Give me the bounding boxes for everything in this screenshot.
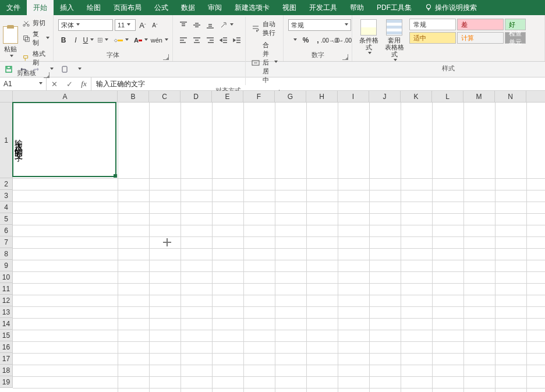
bold-button[interactable]: B [58, 34, 69, 46]
row-header-18[interactable]: 18 [0, 365, 12, 376]
name-box[interactable]: A1 [0, 77, 47, 90]
enter-formula-button[interactable]: ✓ [62, 80, 77, 89]
scissors-icon [22, 19, 30, 27]
row-header-8[interactable]: 8 [0, 248, 12, 260]
col-header-B[interactable]: B [118, 91, 149, 102]
col-header-J[interactable]: J [369, 91, 401, 102]
row-header-2[interactable]: 2 [0, 178, 12, 190]
style-check-cell[interactable]: 检查单元 [505, 32, 526, 44]
row-header-14[interactable]: 14 [0, 318, 12, 330]
cancel-formula-button[interactable]: ✕ [47, 80, 62, 89]
paste-button[interactable]: 粘贴 [2, 17, 19, 68]
align-right-button[interactable] [204, 34, 216, 46]
qat-more-button[interactable] [73, 64, 84, 75]
font-family-combo[interactable]: 宋体 [58, 19, 113, 31]
increase-font-button[interactable]: Aˆ [137, 19, 148, 31]
fill-color-button[interactable] [112, 34, 131, 46]
tab-help[interactable]: 帮助 [344, 0, 370, 15]
align-middle-button[interactable] [191, 19, 203, 31]
group-label-font: 字体 [56, 50, 170, 61]
row-header-19[interactable]: 19 [0, 376, 12, 388]
align-top-button[interactable] [178, 19, 189, 31]
align-left-button[interactable] [178, 34, 189, 46]
col-header-I[interactable]: I [338, 91, 369, 102]
cells-area[interactable]: 输入正确的文字 [13, 103, 545, 392]
conditional-format-button[interactable]: 条件格式 [357, 19, 380, 63]
tab-review[interactable]: 审阅 [201, 0, 228, 15]
row-header-15[interactable]: 15 [0, 330, 12, 341]
col-header-F[interactable]: F [243, 91, 275, 102]
format-as-table-button[interactable]: 套用 表格格式 [383, 19, 406, 63]
row-header-17[interactable]: 17 [0, 353, 12, 365]
italic-button[interactable]: I [70, 34, 81, 46]
align-center-button[interactable] [191, 34, 203, 46]
style-bad[interactable]: 差 [457, 19, 504, 30]
row-header-4[interactable]: 4 [0, 202, 12, 213]
tab-pdf[interactable]: PDF工具集 [370, 0, 418, 15]
col-header-L[interactable]: L [432, 91, 463, 102]
formula-input[interactable]: 输入正确的文字 [91, 77, 545, 90]
font-color-button[interactable]: A [132, 34, 150, 46]
tab-draw[interactable]: 绘图 [80, 0, 107, 15]
tab-file[interactable]: 文件 [0, 0, 27, 15]
dialog-launcher-icon[interactable] [44, 72, 49, 78]
align-bottom-button[interactable] [204, 19, 216, 31]
col-header-C[interactable]: C [149, 91, 181, 102]
row-header-11[interactable]: 11 [0, 283, 12, 295]
number-format-combo[interactable]: 常规 [288, 19, 351, 31]
style-good[interactable]: 好 [505, 19, 526, 30]
row-header-5[interactable]: 5 [0, 213, 12, 225]
decrease-decimal-button[interactable]: .0→.00 [337, 34, 348, 46]
decrease-font-button[interactable]: Aˇ [150, 19, 160, 31]
select-all-corner[interactable] [0, 91, 13, 103]
row-header-10[interactable]: 10 [0, 271, 12, 283]
group-label-styles: 样式 [355, 63, 542, 75]
style-normal[interactable]: 常规 [409, 19, 456, 30]
tab-data[interactable]: 数据 [175, 0, 201, 15]
tab-newtab[interactable]: 新建选项卡 [228, 0, 276, 15]
row-header-9[interactable]: 9 [0, 260, 12, 271]
tab-dev[interactable]: 开发工具 [303, 0, 344, 15]
row-header-13[interactable]: 13 [0, 306, 12, 318]
row-header-3[interactable]: 3 [0, 190, 12, 202]
row-header-7[interactable]: 7 [0, 236, 12, 248]
row-header-12[interactable]: 12 [0, 295, 12, 306]
chevron-down-icon [39, 82, 43, 86]
increase-indent-button[interactable] [231, 34, 243, 46]
col-header-N[interactable]: N [495, 91, 526, 102]
col-header-G[interactable]: G [275, 91, 306, 102]
font-size-combo[interactable]: 11 [115, 19, 136, 31]
style-calculation[interactable]: 计算 [457, 32, 504, 44]
copy-button[interactable]: 复制 [21, 29, 51, 48]
cut-button[interactable]: 剪切 [21, 18, 51, 28]
percent-button[interactable]: % [300, 34, 311, 46]
wrap-text-button[interactable]: 自动换行 [250, 19, 279, 38]
col-header-K[interactable]: K [401, 91, 432, 102]
dialog-launcher-icon[interactable] [163, 54, 169, 60]
tab-layout[interactable]: 页面布局 [107, 0, 148, 15]
touch-mode-button[interactable] [59, 64, 70, 75]
tab-view[interactable]: 视图 [276, 0, 303, 15]
row-header-6[interactable]: 6 [0, 225, 12, 236]
underline-button[interactable]: U [83, 34, 94, 46]
col-header-A[interactable]: A [13, 91, 118, 102]
tab-home[interactable]: 开始 [27, 0, 54, 15]
fill-handle[interactable] [114, 174, 117, 178]
row-header-16[interactable]: 16 [0, 341, 12, 353]
fx-icon[interactable]: fx [77, 79, 91, 89]
col-header-D[interactable]: D [181, 91, 212, 102]
accounting-format-button[interactable] [288, 34, 299, 46]
phonetic-button[interactable]: wén [151, 34, 168, 46]
row-header-1[interactable]: 1 [0, 103, 12, 178]
orientation-button[interactable] [218, 19, 235, 31]
col-header-M[interactable]: M [463, 91, 495, 102]
dialog-launcher-icon[interactable] [342, 54, 348, 60]
decrease-indent-button[interactable] [218, 34, 229, 46]
tab-formulas[interactable]: 公式 [148, 0, 175, 15]
col-header-E[interactable]: E [212, 91, 243, 102]
borders-button[interactable] [96, 34, 110, 46]
style-neutral[interactable]: 适中 [409, 32, 456, 44]
col-header-H[interactable]: H [306, 91, 338, 102]
tab-insert[interactable]: 插入 [54, 0, 80, 15]
tell-me-search[interactable]: 操作说明搜索 [418, 0, 483, 15]
